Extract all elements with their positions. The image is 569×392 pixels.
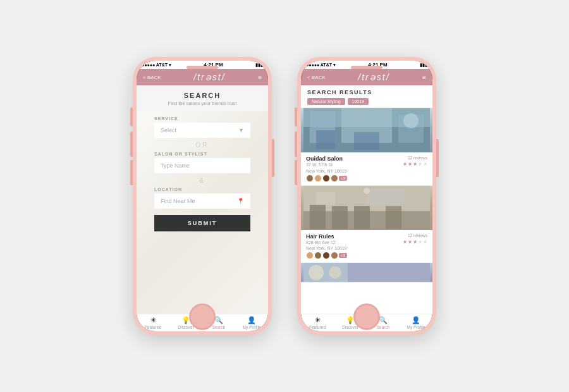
app-logo-1: /trəst/ xyxy=(193,72,225,82)
salon-label: SALON OR STYLIST xyxy=(154,152,250,156)
volume-up-button-2[interactable] xyxy=(295,132,297,157)
volume-up-button[interactable] xyxy=(130,132,133,157)
discover-label-2: Discover xyxy=(342,325,358,329)
svg-rect-16 xyxy=(367,189,405,205)
star-1-2: ★ xyxy=(413,239,417,245)
profile-icon: 👤 xyxy=(247,316,256,324)
star-1-3: ★ xyxy=(418,239,422,245)
salon-placeholder: Type Name xyxy=(161,162,190,169)
star-0-2: ★ xyxy=(413,161,417,167)
featured-icon: ✳ xyxy=(150,316,156,324)
search-label-2: Search xyxy=(377,325,390,329)
svg-point-20 xyxy=(329,266,341,279)
salon-name-0: Ouidad Salon xyxy=(306,156,347,162)
back-button-1[interactable]: < BACK xyxy=(143,75,161,80)
salon-image-2 xyxy=(301,263,432,282)
tab-profile[interactable]: 👤 My Profile xyxy=(235,316,268,329)
tab-search[interactable]: 🔍 Search xyxy=(202,316,235,329)
location-placeholder: Find Near Me xyxy=(161,198,195,204)
volume-down-button-2[interactable] xyxy=(295,160,297,185)
tab-featured-2[interactable]: ✳ Featured xyxy=(301,316,334,329)
search-tab-icon-2: 🔍 xyxy=(379,316,388,324)
service-label: SERVICE xyxy=(154,116,250,121)
tab-featured[interactable]: ✳ Featured xyxy=(137,316,169,329)
salon-input[interactable]: Type Name xyxy=(154,158,250,173)
svg-rect-5 xyxy=(316,130,335,149)
power-button[interactable] xyxy=(272,139,274,177)
volume-down-button[interactable] xyxy=(130,160,133,185)
salon-card-1[interactable]: Hair Rules 828 9th Ave #2New York, NY 10… xyxy=(301,186,432,264)
power-button-2[interactable] xyxy=(436,139,439,177)
app-header-1: < BACK /trəst/ ≡ xyxy=(137,69,268,85)
back-button-2[interactable]: < BACK xyxy=(307,75,326,80)
salon-meta-1: 12 reviews ★ ★ ★ ★ ★ xyxy=(403,233,427,245)
profile-label: My Profile xyxy=(243,325,261,329)
service-placeholder: Select xyxy=(161,127,176,133)
tab-bar-1: ✳ Featured 💡 Discover 🔍 Search 👤 My Prof… xyxy=(137,314,268,331)
signal-indicator-2: ●●●●● AT&T ▾ xyxy=(306,63,336,68)
featured-label-2: Featured xyxy=(309,325,326,329)
or-divider: OR xyxy=(145,142,259,149)
search-tab-icon: 🔍 xyxy=(214,316,223,324)
tab-discover[interactable]: 💡 Discover xyxy=(169,316,202,329)
menu-icon-1[interactable]: ≡ xyxy=(258,74,262,81)
location-section: LOCATION Find Near Me 📍 xyxy=(145,187,259,209)
mute-button[interactable] xyxy=(130,107,133,126)
featured-icon-2: ✳ xyxy=(315,316,321,324)
salon-info-1: Hair Rules 828 9th Ave #2New York, NY 10… xyxy=(301,230,432,263)
stars-1: ★ ★ ★ ★ ★ xyxy=(403,239,427,245)
carrier-text: ●●●●● AT&T xyxy=(142,63,168,67)
salon-card-0[interactable]: Ouidad Salon 37 W. 57th StNew York, NY 1… xyxy=(301,108,432,186)
filter-tag-0[interactable]: Natural Styling xyxy=(307,98,345,105)
search-content: SEARCH Find the salons your friends trus… xyxy=(137,85,268,314)
more-avatars-1: +3 xyxy=(339,253,347,258)
svg-rect-11 xyxy=(310,205,326,229)
tab-search-2[interactable]: 🔍 Search xyxy=(367,316,400,329)
salon-image-0 xyxy=(301,108,432,152)
svg-rect-21 xyxy=(348,263,430,282)
avatar-1-1 xyxy=(314,252,322,259)
submit-button[interactable]: SUBMIT xyxy=(154,215,250,231)
svg-rect-6 xyxy=(354,132,379,150)
mute-button-2[interactable] xyxy=(295,107,297,126)
and-divider: & xyxy=(145,177,259,184)
salon-details-1: Hair Rules 828 9th Ave #2New York, NY 10… xyxy=(306,233,347,260)
tab-discover-2[interactable]: 💡 Discover xyxy=(334,316,367,329)
salon-details-0: Ouidad Salon 37 W. 57th StNew York, NY 1… xyxy=(306,156,347,182)
phone-screen-1: ●●●●● AT&T ▾ 4:21 PM ▮▮▮ < BACK /trəst/ … xyxy=(137,61,268,331)
service-dropdown[interactable]: Select ▼ xyxy=(154,123,250,138)
results-title: SEARCH RESULTS xyxy=(307,89,426,95)
tab-profile-2[interactable]: 👤 My Profile xyxy=(400,316,432,329)
profile-icon-2: 👤 xyxy=(412,316,420,324)
location-input[interactable]: Find Near Me 📍 xyxy=(154,193,250,209)
menu-icon-2[interactable]: ≡ xyxy=(422,74,426,81)
search-title: SEARCH xyxy=(137,92,268,99)
filter-tag-1[interactable]: 10019 xyxy=(348,98,369,105)
avatar-0-0 xyxy=(306,175,314,182)
featured-label: Featured xyxy=(145,325,161,329)
svg-rect-12 xyxy=(332,206,348,229)
star-1-0: ★ xyxy=(403,239,407,245)
salon-meta-0: 12 reviews ★ ★ ★ ★ ★ xyxy=(403,156,427,167)
avatar-0-1 xyxy=(314,175,322,182)
app-header-2: < BACK /trəst/ ≡ xyxy=(301,69,432,85)
reviews-count-0: 12 reviews xyxy=(408,156,427,160)
salon-info-0: Ouidad Salon 37 W. 57th StNew York, NY 1… xyxy=(301,152,432,185)
more-avatars-0: +3 xyxy=(339,176,347,181)
phone-2: ●●●●● AT&T ▾ 4:21 PM ▮▮▮ < BACK /trəst/ … xyxy=(297,57,436,335)
salon-card-2[interactable] xyxy=(301,263,432,283)
salon-address-1: 828 9th Ave #2New York, NY 10019 xyxy=(306,240,347,252)
battery-icon-2: ▮▮▮ xyxy=(420,63,427,68)
status-bar-1: ●●●●● AT&T ▾ 4:21 PM ▮▮▮ xyxy=(137,61,268,69)
search-subtitle: Find the salons your friends trust xyxy=(137,101,268,106)
avatar-1-2 xyxy=(322,252,330,259)
avatar-0-3 xyxy=(331,175,338,182)
location-pin-icon: 📍 xyxy=(237,198,244,204)
salon-address-0: 37 W. 57th StNew York, NY 10019 xyxy=(306,162,347,175)
profile-label-2: My Profile xyxy=(407,325,425,329)
filter-tags: Natural Styling 10019 xyxy=(307,98,426,105)
svg-point-17 xyxy=(364,188,370,194)
search-form: SERVICE Select ▼ OR SALON OR STYLIST Typ… xyxy=(137,111,268,314)
svg-rect-13 xyxy=(354,206,370,229)
results-content: SEARCH RESULTS Natural Styling 10019 xyxy=(301,85,432,314)
